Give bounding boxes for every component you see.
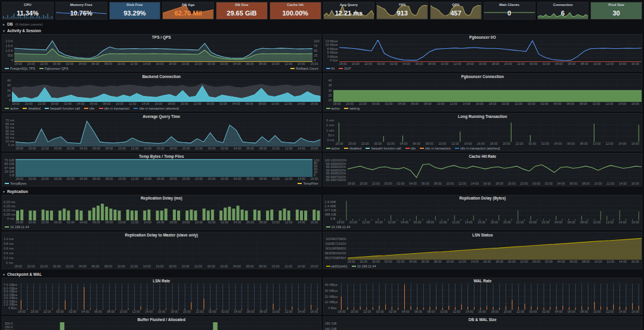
y-axis-left: 100.0000000%99.9999500%99.9999000%99.999… bbox=[324, 159, 348, 182]
stat-cache-hit[interactable]: Cache Hit 100.00% bbox=[270, 2, 321, 20]
legend-dash bbox=[420, 148, 424, 149]
chart-plot bbox=[348, 238, 642, 260]
legend-item-idle[interactable]: idle bbox=[405, 147, 416, 150]
panel-temp-bytes-temp-files: Temp Bytes / Temp Files 75 GiB56 GiB37 G… bbox=[2, 153, 321, 186]
stat-wait-clients[interactable]: Wait Clients 0 bbox=[484, 2, 535, 20]
panel-replication-delay-ms: Replication Delay (ms) 0.20 ms0.15 ms0.1… bbox=[2, 195, 321, 230]
chart-plot bbox=[336, 119, 642, 142]
legend-item-active[interactable]: active bbox=[326, 147, 340, 150]
y-axis-left: 3 min2 min1 min50 s0 ms bbox=[324, 119, 336, 142]
legend: activedisabledfastpath function callidle… bbox=[324, 146, 642, 151]
row-header-db[interactable]: ▸ DB (6 hidden panels) bbox=[0, 21, 644, 27]
panel-title[interactable]: Backend Connection bbox=[2, 74, 321, 79]
row-header-replication[interactable]: ▾ Replication bbox=[0, 188, 644, 195]
legend-dash bbox=[352, 266, 356, 267]
panel-title[interactable]: Replication Delay to Master (slave only) bbox=[2, 232, 321, 238]
chart-plot bbox=[14, 40, 312, 62]
panel-title[interactable]: WAL Rate bbox=[324, 278, 642, 284]
legend-item-in[interactable]: IN bbox=[326, 67, 335, 70]
panel-title[interactable]: Buffer Flushed / Allocated bbox=[2, 317, 321, 322]
panel-title[interactable]: Pgbouncer I/O bbox=[324, 35, 642, 40]
y-axis-left: 13 Mbps10 Mbps8 Mbps5 Mbps3 Mbps0 bps bbox=[324, 40, 339, 62]
stat-pool-size[interactable]: Pool Size 30 bbox=[590, 2, 642, 20]
y-axis-left: 1.9 MiB1.4 MiB977 KiB488 KiB0 B bbox=[324, 201, 337, 220]
x-axis: 18:0020:0022:0000:0002:0004:0006:0008:00… bbox=[324, 102, 642, 106]
legend-dash bbox=[326, 266, 330, 267]
legend-item-disabled[interactable]: disabled bbox=[344, 147, 362, 150]
legend-item-fastpath-function-call[interactable]: fastpath function call bbox=[45, 107, 80, 110]
legend-item-idle[interactable]: idle bbox=[84, 107, 95, 110]
legend: PostgreSQL TPSPgbouncer QPSRollback Coun… bbox=[2, 66, 321, 71]
stat-tps[interactable]: TPS 913 bbox=[376, 2, 428, 20]
panel-lsn-status: LSN Status 92F960768009184E72A00090108FB… bbox=[323, 232, 643, 269]
x-axis: 18:0020:0022:0000:0002:0004:0006:0008:00… bbox=[324, 182, 642, 186]
panel-db-wal-size: DB & WAL Size 186 GiB140 GiB93 GiB47 GiB… bbox=[323, 316, 643, 330]
legend-item-idle-in-transaction-aborted[interactable]: idle in transaction (aborted) bbox=[455, 147, 500, 150]
y-axis-left: 2.0 K1.5 K1.0 K5000 bbox=[2, 40, 14, 62]
stat-db-size[interactable]: DB Size 29.65 GiB bbox=[216, 2, 268, 20]
legend-item-tempfiles[interactable]: TempFiles bbox=[298, 182, 318, 185]
panel-lsn-rate: LSN Rate 7.0 GBps6.0 GBps5.0 GBps4.0 GBp… bbox=[2, 278, 321, 315]
legend-item-tempbytes[interactable]: TempBytes bbox=[5, 182, 26, 185]
panel-buffer-flushed-allocated: Buffer Flushed / Allocated 300 K250 K200… bbox=[2, 316, 321, 330]
stat-disk-free[interactable]: Disk Free 93.29% bbox=[109, 2, 161, 20]
legend-item-waiting[interactable]: waiting bbox=[344, 107, 360, 110]
legend-item-pgbouncer-qps[interactable]: Pgbouncer QPS bbox=[39, 67, 69, 70]
panel-pgbouncer-i-o: Pgbouncer I/O 13 Mbps10 Mbps8 Mbps5 Mbps… bbox=[323, 34, 643, 71]
row-header-checkpoint[interactable]: ▾ Checkpoint & WAL bbox=[0, 271, 644, 278]
panel-pgbouncer-connection: Pgbouncer Connection 4035302520 18:0020:… bbox=[323, 73, 643, 111]
legend-item-idle-in-transaction-aborted[interactable]: idle in transaction (aborted) bbox=[134, 107, 179, 110]
stat-value: 29.65 GiB bbox=[227, 7, 256, 19]
legend-dash bbox=[84, 108, 88, 109]
row-label: DB bbox=[7, 22, 13, 26]
legend-dash bbox=[45, 108, 49, 109]
legend-item-fastpath-function-call[interactable]: fastpath function call bbox=[366, 147, 401, 150]
legend-dash bbox=[455, 148, 459, 149]
legend-item-idle-in-transaction[interactable]: idle in transaction bbox=[99, 107, 130, 110]
panel-title[interactable]: Long Running Transaction bbox=[324, 114, 642, 119]
legend-dash bbox=[5, 226, 9, 228]
panel-title[interactable]: Replication Delay (ms) bbox=[2, 195, 321, 201]
panel-title[interactable]: DB & WAL Size bbox=[324, 317, 642, 322]
panel-title[interactable]: Temp Bytes / Temp Files bbox=[2, 154, 321, 159]
panel-grid-replication: Replication Delay (ms) 0.20 ms0.15 ms0.1… bbox=[0, 195, 644, 271]
legend-item-pb001sh01[interactable]: pb001sh01 bbox=[326, 264, 348, 268]
legend-dash bbox=[366, 148, 370, 149]
legend-item-10-199-11-44[interactable]: 10.199.11.44 bbox=[352, 264, 376, 268]
chart-plot bbox=[337, 201, 642, 220]
legend-item-rollback-count[interactable]: Rollback Count bbox=[290, 67, 318, 70]
legend-item-postgresql-tps[interactable]: PostgreSQL TPS bbox=[5, 67, 35, 70]
panel-title[interactable]: LSN Status bbox=[324, 232, 642, 238]
legend-item-out[interactable]: OUT bbox=[339, 67, 351, 70]
panel-tps-qps: TPS / QPS 2.0 K1.5 K1.0 K5000 1007550250… bbox=[2, 34, 321, 71]
legend-dash bbox=[344, 108, 348, 109]
stat-avg-query[interactable]: Avg Query 12.21 ms bbox=[323, 2, 375, 20]
panel-backend-connection: Backend Connection 403020100 18:0020:002… bbox=[2, 73, 321, 111]
stat-db-age[interactable]: DB Age 62.70 Mil bbox=[162, 2, 214, 20]
y-axis-left: 1.0 ms0.8 ms0.6 ms0.4 ms0.2 ms0 ms bbox=[2, 238, 14, 264]
stat-qps[interactable]: QPS 457 bbox=[430, 2, 482, 20]
chevron-icon: ▸ bbox=[3, 22, 5, 26]
legend-item-active[interactable]: active bbox=[5, 107, 18, 110]
chart-plot bbox=[339, 40, 642, 62]
panel-title[interactable]: TPS / QPS bbox=[2, 35, 321, 40]
panel-title[interactable]: Cache Hit Rate bbox=[324, 154, 642, 159]
panel-title[interactable]: Pgbouncer Connection bbox=[324, 74, 642, 79]
stat-connection[interactable]: Connection 6 bbox=[537, 2, 589, 20]
panel-title[interactable]: Replication Delay (Bytes) bbox=[324, 195, 642, 201]
legend-item-disabled[interactable]: disabled bbox=[23, 107, 41, 110]
stat-memory-free[interactable]: Memory Free 10.76% bbox=[55, 2, 107, 20]
row-header-activity[interactable]: ▾ Activity & Session bbox=[0, 27, 644, 34]
legend-item-10-199-11-44[interactable]: 10.199.11.44 bbox=[5, 225, 29, 229]
panel-title[interactable]: Average Query Time bbox=[2, 114, 321, 119]
x-axis: 18:0020:0022:0000:0002:0004:0006:0008:00… bbox=[324, 142, 642, 146]
stat-value: 913 bbox=[397, 7, 407, 19]
legend-dash bbox=[5, 68, 9, 69]
legend-item-active[interactable]: active bbox=[326, 107, 340, 110]
stat-cpu[interactable]: CPU 11.34% bbox=[2, 2, 54, 20]
legend-item-idle-in-transaction[interactable]: idle in transaction bbox=[420, 147, 451, 150]
legend-item-10-199-11-44[interactable]: 10.199.11.44 bbox=[326, 225, 351, 229]
row-label: Activity & Session bbox=[7, 29, 41, 33]
y-axis-left: 4035302520 bbox=[324, 79, 333, 102]
panel-title[interactable]: LSN Rate bbox=[2, 278, 321, 284]
